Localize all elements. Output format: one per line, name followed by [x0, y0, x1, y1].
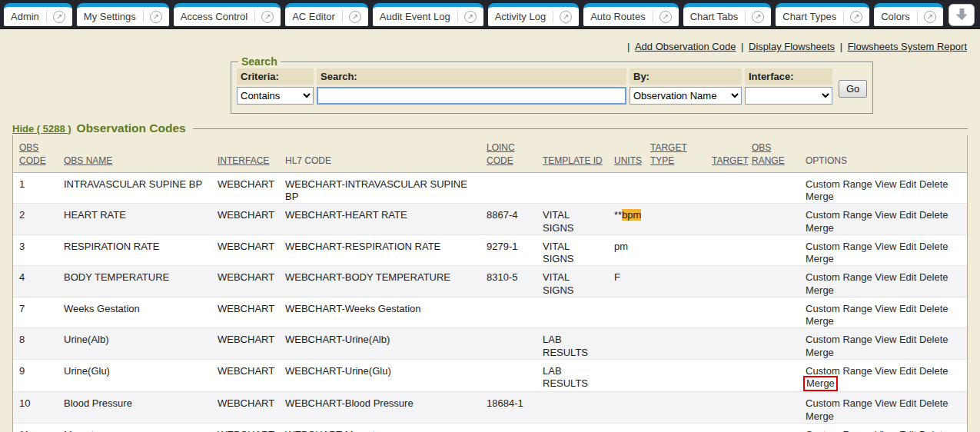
- custom-range-link[interactable]: Custom Range: [806, 397, 872, 409]
- column-header-options: OPTIONS: [806, 135, 967, 172]
- interface-select[interactable]: [745, 87, 832, 105]
- table-row-obs-2: 2HEART RATEWEBCHARTWEBCHART-HEART RATE88…: [13, 204, 967, 235]
- tab-audit-event-log[interactable]: Audit Event Log ↗: [373, 3, 483, 26]
- merge-link[interactable]: Merge: [806, 253, 834, 264]
- observation-codes-panel: OBSCODEOBS NAMEINTERFACEHL7 CODELOINCCOD…: [12, 135, 968, 432]
- table-row-obs-7: 7Weeks GestationWEBCHARTWEBCHART-Weeks G…: [13, 297, 967, 328]
- by-select[interactable]: Observation Name: [630, 87, 742, 105]
- tab-colors[interactable]: Colors ↗: [874, 3, 943, 26]
- view-link[interactable]: View: [875, 178, 896, 190]
- tab-access-control[interactable]: Access Control ↗: [174, 3, 281, 26]
- search-input[interactable]: [317, 87, 626, 105]
- open-in-new-window-icon[interactable]: ↗: [261, 11, 274, 23]
- column-header-obs-range[interactable]: OBSRANGE: [752, 135, 806, 172]
- custom-range-link[interactable]: Custom Range: [806, 271, 872, 283]
- merge-link-highlighted[interactable]: Merge: [803, 376, 838, 391]
- open-in-new-window-icon[interactable]: ↗: [560, 11, 572, 23]
- merge-link[interactable]: Merge: [806, 315, 834, 327]
- view-link[interactable]: View: [875, 241, 896, 252]
- custom-range-link[interactable]: Custom Range: [806, 178, 872, 190]
- hide-count-link[interactable]: Hide ( 5288 ): [12, 123, 71, 135]
- delete-link[interactable]: Delete: [919, 241, 948, 252]
- delete-link[interactable]: Delete: [919, 209, 948, 221]
- tab-admin[interactable]: Admin ↗: [4, 3, 72, 26]
- target-type-cell: [650, 359, 712, 392]
- tab-activity-log[interactable]: Activity Log ↗: [488, 3, 579, 26]
- open-in-new-window-icon[interactable]: ↗: [850, 11, 862, 23]
- open-in-new-window-icon[interactable]: ↗: [53, 11, 65, 23]
- column-header-units[interactable]: UNITS: [614, 135, 650, 172]
- custom-range-link[interactable]: Custom Range: [806, 241, 872, 252]
- column-header-loinc-code[interactable]: LOINCCODE: [487, 135, 543, 172]
- add-observation-code-link[interactable]: Add Observation Code: [635, 41, 736, 52]
- display-flowsheets-link[interactable]: Display Flowsheets: [749, 41, 835, 52]
- template-id-cell: [543, 172, 614, 204]
- view-link[interactable]: View: [875, 209, 896, 221]
- column-header-target-type[interactable]: TARGETTYPE: [650, 135, 712, 172]
- delete-link[interactable]: Delete: [919, 178, 948, 190]
- obs-code-cell: 3: [13, 234, 64, 266]
- merge-link[interactable]: Merge: [806, 222, 834, 234]
- view-link[interactable]: View: [875, 303, 896, 314]
- open-in-new-window-icon[interactable]: ↗: [150, 11, 162, 23]
- custom-range-link[interactable]: Custom Range: [806, 209, 872, 221]
- tab-bar-tabs: Admin ↗ My Settings ↗ Access Control ↗ A…: [4, 3, 945, 26]
- table-body: 1INTRAVASCULAR SUPINE BPWEBCHARTWEBCHART…: [13, 172, 967, 432]
- view-link[interactable]: View: [875, 429, 896, 432]
- custom-range-link[interactable]: Custom Range: [806, 429, 872, 432]
- column-header-interface[interactable]: INTERFACE: [218, 135, 285, 172]
- tab-overflow-button[interactable]: [948, 4, 975, 26]
- delete-link[interactable]: Delete: [919, 334, 948, 345]
- open-in-new-window-icon[interactable]: ↗: [659, 11, 672, 23]
- custom-range-link[interactable]: Custom Range: [806, 365, 872, 377]
- merge-link[interactable]: Merge: [806, 191, 834, 202]
- go-button[interactable]: Go: [839, 80, 867, 98]
- edit-link[interactable]: Edit: [899, 303, 916, 314]
- edit-link[interactable]: Edit: [899, 365, 916, 377]
- column-header-obs-name[interactable]: OBS NAME: [64, 135, 218, 172]
- edit-link[interactable]: Edit: [899, 241, 916, 252]
- edit-link[interactable]: Edit: [899, 429, 916, 432]
- tab-ac-editor[interactable]: AC Editor ↗: [285, 3, 368, 26]
- options-cell: Custom Range View Edit Delete Merge: [806, 297, 967, 328]
- merge-link[interactable]: Merge: [806, 410, 834, 422]
- tab-chart-types[interactable]: Chart Types ↗: [776, 3, 869, 26]
- custom-range-link[interactable]: Custom Range: [806, 303, 872, 314]
- custom-range-link[interactable]: Custom Range: [806, 334, 872, 345]
- template-id-cell: LABRESULTS: [543, 359, 614, 392]
- obs-name-cell: Urine(Glu): [64, 359, 218, 392]
- delete-link[interactable]: Delete: [919, 303, 948, 314]
- delete-link[interactable]: Delete: [919, 429, 948, 432]
- obs-code-cell: 10: [13, 392, 64, 424]
- column-header-template-id[interactable]: TEMPLATE ID: [543, 135, 614, 172]
- open-in-new-window-icon[interactable]: ↗: [752, 11, 764, 23]
- table-row-obs-11: 11MvmntWEBCHARTWEBCHART-MvmntCustom Rang…: [13, 423, 967, 432]
- view-link[interactable]: View: [875, 365, 896, 377]
- loinc-code-cell: [487, 328, 543, 360]
- delete-link[interactable]: Delete: [919, 271, 948, 283]
- column-header-obs-code[interactable]: OBSCODE: [13, 135, 64, 172]
- edit-link[interactable]: Edit: [899, 334, 916, 345]
- open-in-new-window-icon[interactable]: ↗: [349, 11, 361, 23]
- delete-link[interactable]: Delete: [919, 365, 948, 377]
- delete-link[interactable]: Delete: [919, 397, 948, 409]
- open-in-new-window-icon[interactable]: ↗: [924, 11, 936, 23]
- tab-my-settings[interactable]: My Settings ↗: [77, 3, 169, 26]
- merge-link[interactable]: Merge: [806, 284, 834, 296]
- edit-link[interactable]: Edit: [899, 209, 916, 221]
- flowsheets-system-report-link[interactable]: Flowsheets System Report: [848, 41, 967, 52]
- edit-link[interactable]: Edit: [899, 178, 916, 190]
- view-link[interactable]: View: [875, 397, 896, 409]
- loinc-code-cell: [487, 297, 543, 328]
- tab-auto-routes[interactable]: Auto Routes ↗: [583, 3, 679, 26]
- merge-link[interactable]: Merge: [806, 347, 834, 358]
- template-id-cell: [543, 392, 614, 424]
- open-in-new-window-icon[interactable]: ↗: [464, 11, 477, 23]
- edit-link[interactable]: Edit: [899, 271, 916, 283]
- column-header-target[interactable]: TARGET: [712, 135, 752, 172]
- view-link[interactable]: View: [875, 271, 896, 283]
- criteria-select[interactable]: Contains: [237, 87, 314, 105]
- tab-chart-tabs[interactable]: Chart Tabs ↗: [683, 3, 772, 26]
- edit-link[interactable]: Edit: [899, 397, 916, 409]
- view-link[interactable]: View: [875, 334, 896, 345]
